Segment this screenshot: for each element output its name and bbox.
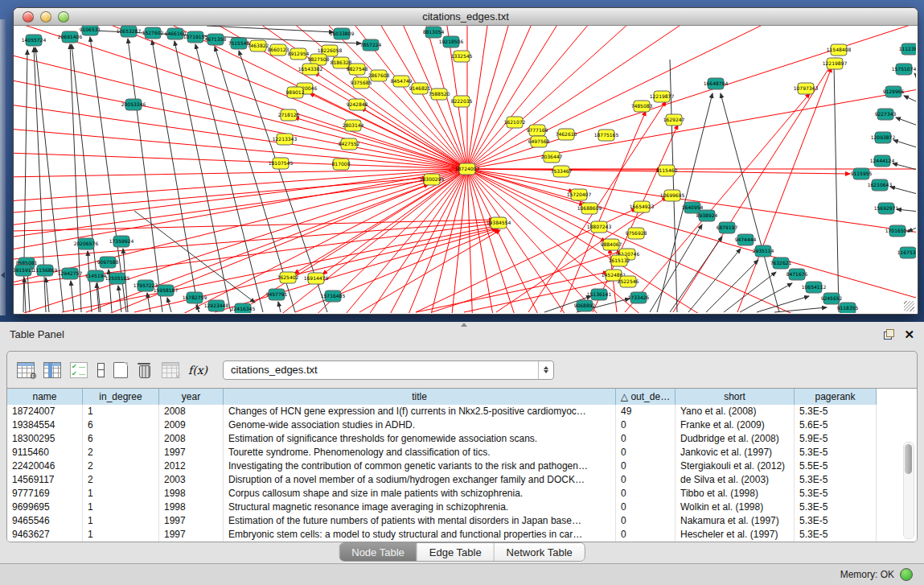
column-header-short[interactable]: short — [676, 389, 795, 405]
table-cell[interactable]: 2 — [83, 459, 159, 473]
graph-edge[interactable] — [625, 93, 810, 312]
rows-icon[interactable] — [97, 363, 105, 377]
graph-edge[interactable] — [774, 307, 827, 312]
table-cell[interactable]: Tibbo et al. (1998) — [676, 487, 795, 501]
table-cell[interactable]: 2 — [83, 473, 159, 487]
table-row[interactable]: 1456911722003Disruption of a novel membe… — [7, 473, 917, 487]
column-header-in_degree[interactable]: in_degree — [83, 389, 159, 405]
graph-edge[interactable] — [740, 283, 792, 312]
graph-edge[interactable] — [914, 73, 916, 86]
table-cell[interactable]: Hescheler et al. (1997) — [676, 528, 795, 542]
table-cell[interactable]: Yano et al. (2008) — [676, 405, 795, 418]
table-cell[interactable]: 0 — [616, 514, 676, 528]
graph-edge[interactable] — [467, 169, 916, 313]
citation-network-graph[interactable]: 1405572420691406910653110653287152760264… — [14, 26, 916, 313]
graph-edge[interactable] — [904, 96, 916, 106]
table-cell[interactable]: 5.3E-5 — [795, 528, 877, 542]
table-cell[interactable]: 9465546 — [7, 514, 83, 528]
network-canvas[interactable]: 1405572420691406910653110653287152760264… — [14, 26, 916, 313]
column-header-year[interactable]: year — [159, 389, 224, 405]
table-cell[interactable]: Dudbridge et al. (2008) — [676, 432, 795, 446]
table-cell[interactable]: 9115460 — [7, 446, 83, 459]
table-cell[interactable]: 1998 — [159, 487, 224, 501]
vertical-scrollbar[interactable] — [903, 442, 914, 539]
graph-edge[interactable] — [175, 41, 231, 312]
graph-edge[interactable] — [14, 52, 467, 169]
delete-table-icon[interactable] — [162, 362, 179, 378]
graph-edge[interactable] — [688, 249, 741, 312]
graph-edge[interactable] — [673, 58, 836, 312]
graph-edge[interactable] — [724, 272, 776, 312]
graph-edge[interactable] — [152, 40, 199, 312]
table-cell[interactable]: 5.9E-5 — [795, 432, 877, 446]
table-cell[interactable]: 5.3E-5 — [795, 487, 877, 501]
table-cell[interactable]: Nakamura et al. (1997) — [676, 514, 795, 528]
graph-edge[interactable] — [361, 108, 467, 169]
window-resize-grip[interactable] — [904, 301, 914, 311]
table-cell[interactable]: 2008 — [159, 405, 224, 418]
panel-resize-handle[interactable] — [461, 323, 467, 327]
graph-edge[interactable] — [467, 169, 916, 313]
network-window[interactable]: citations_edges.txt 14055724206914069106… — [13, 7, 918, 315]
graph-edge[interactable] — [14, 220, 494, 231]
table-cell[interactable]: 22420046 — [7, 459, 83, 473]
table-cell[interactable]: 1 — [83, 528, 159, 542]
graph-edge[interactable] — [46, 278, 49, 312]
table-cell[interactable]: 0 — [616, 432, 676, 446]
delete-column-icon[interactable] — [137, 363, 153, 377]
table-cell[interactable]: 2003 — [159, 473, 224, 487]
table-cell[interactable]: Stergiakouli et al. (2012) — [676, 459, 795, 473]
table-cell[interactable]: 0 — [616, 459, 676, 473]
table-cell[interactable]: 1 — [83, 501, 159, 514]
table-cell[interactable]: Genome-wide association studies in ADHD. — [224, 418, 616, 432]
table-cell[interactable]: 5.3E-5 — [795, 405, 877, 418]
graph-edge[interactable] — [896, 117, 916, 129]
tab-edge-table[interactable]: Edge Table — [417, 543, 495, 561]
graph-edge[interactable] — [893, 163, 916, 172]
float-panel-icon[interactable] — [884, 329, 894, 340]
table-cell[interactable]: 1 — [83, 487, 159, 501]
graph-edge[interactable] — [897, 209, 916, 212]
table-row[interactable]: 946554611997Estimation of the future num… — [7, 514, 917, 528]
function-builder-icon[interactable]: f(x) — [188, 363, 209, 377]
graph-edge[interactable] — [467, 169, 916, 313]
table-cell[interactable]: Disruption of a novel member of a sodium… — [224, 473, 616, 487]
graph-edge[interactable] — [24, 278, 26, 312]
table-cell[interactable]: 0 — [616, 446, 676, 459]
west-panel-collapse-arrow[interactable] — [1, 272, 5, 278]
table-cell[interactable]: 5.5E-5 — [795, 459, 877, 473]
graph-edge[interactable] — [467, 26, 716, 169]
table-cell[interactable]: Changes of HCN gene expression and I(f) … — [224, 405, 616, 418]
table-cell[interactable]: 5.6E-5 — [795, 418, 877, 432]
column-header-pagerank[interactable]: pagerank — [795, 389, 877, 405]
minimize-window-button[interactable] — [40, 11, 51, 23]
table-cell[interactable]: 2012 — [159, 459, 224, 473]
scrollbar-thumb[interactable] — [905, 444, 912, 474]
new-column-icon[interactable] — [113, 362, 128, 378]
table-cell[interactable]: 0 — [616, 487, 676, 501]
table-cell[interactable]: 6 — [83, 432, 159, 446]
graph-edge[interactable] — [467, 169, 809, 313]
table-cell[interactable]: 2 — [83, 446, 159, 459]
table-row[interactable]: 1830029562008Estimation of significance … — [7, 432, 917, 446]
table-cell[interactable]: Tourette syndrome. Phenomenology and cla… — [224, 446, 616, 459]
close-panel-icon[interactable]: ✕ — [904, 329, 914, 340]
graph-edge[interactable] — [195, 44, 263, 312]
table-cell[interactable]: 9699695 — [7, 501, 83, 514]
column-header-title[interactable]: title — [224, 389, 616, 405]
graph-edge[interactable] — [467, 169, 916, 313]
graph-edge[interactable] — [467, 169, 573, 313]
table-cell[interactable]: Embryonic stem cells: a model to study s… — [224, 528, 616, 542]
table-cell[interactable]: 19384554 — [7, 418, 83, 432]
table-cell[interactable]: Jankovic et al. (1997) — [676, 446, 795, 459]
table-panel-header[interactable]: Table Panel ✕ — [0, 322, 924, 346]
table-cell[interactable]: Wolkin et al. (1998) — [676, 501, 795, 514]
graph-edge[interactable] — [128, 39, 162, 312]
table-cell[interactable]: 5.3E-5 — [795, 501, 877, 514]
table-row[interactable]: 946362711997Embryonic stem cells: a mode… — [7, 528, 917, 542]
column-header-out_degree[interactable]: △ out_de… — [616, 389, 676, 405]
graph-edge[interactable] — [71, 281, 74, 312]
graph-edge[interactable] — [467, 26, 635, 169]
table-row[interactable]: 911546021997Tourette syndrome. Phenomeno… — [7, 446, 917, 459]
table-cell[interactable]: 14569117 — [7, 473, 83, 487]
